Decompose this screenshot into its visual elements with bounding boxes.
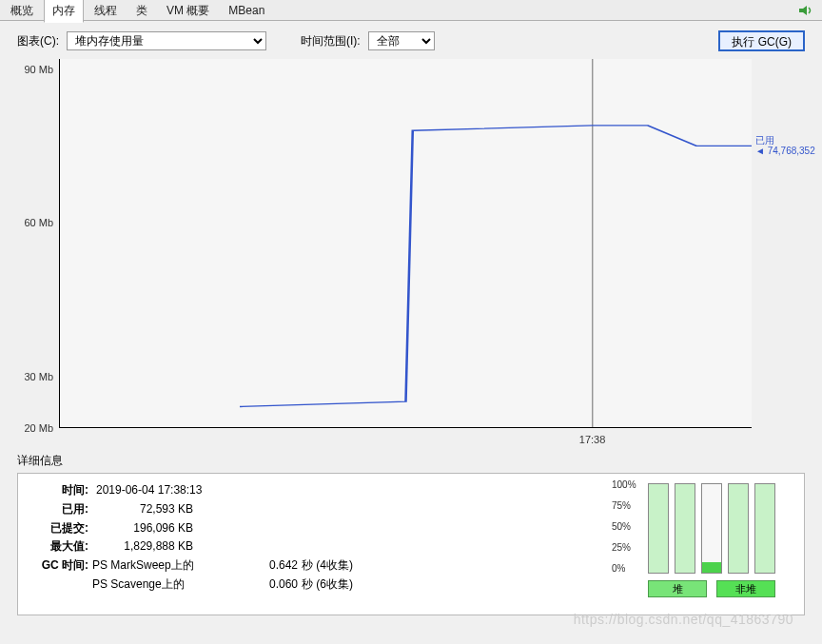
kv-committed-val: 196,096 KB: [92, 519, 197, 538]
y-tick: 20 Mb: [24, 422, 53, 434]
details-box: 时间: 2019-06-04 17:38:13 已用: 72,593 KB 已提…: [17, 473, 805, 615]
details-kv-area: 时间: 2019-06-04 17:38:13 已用: 72,593 KB 已提…: [29, 481, 602, 607]
y-tick: 60 Mb: [24, 217, 53, 228]
chart-select-label: 图表(C):: [17, 33, 59, 49]
pct-tick: 50%: [612, 521, 631, 532]
pool-heap-button[interactable]: 堆: [648, 580, 707, 597]
kv-used-val: 72,593 KB: [92, 500, 197, 519]
kv-time-key: 时间:: [29, 481, 88, 500]
time-range-select[interactable]: 全部: [368, 31, 435, 50]
kv-max-key: 最大值:: [29, 537, 88, 556]
memory-pool-bars: 100% 75% 50% 25% 0% 堆 非堆: [612, 481, 793, 607]
tab-vm-summary[interactable]: VM 概要: [158, 0, 218, 22]
gc-coll-1: 秒 (6收集): [298, 576, 353, 595]
gc-src-1: PS Scavenge上的: [88, 576, 231, 595]
tab-overview[interactable]: 概览: [2, 0, 42, 22]
kv-time-val: 2019-06-04 17:38:13: [92, 481, 202, 500]
chart-select[interactable]: 堆内存使用量: [67, 31, 266, 50]
tab-threads[interactable]: 线程: [86, 0, 126, 22]
chart-plot[interactable]: [59, 59, 752, 428]
perform-gc-button[interactable]: 执行 GC(G): [718, 30, 805, 51]
tab-memory[interactable]: 内存: [44, 0, 84, 23]
chart-svg: [60, 59, 752, 427]
y-tick: 90 Mb: [24, 64, 53, 75]
memory-pool-bar[interactable]: [728, 483, 749, 574]
time-range-label: 时间范围(I):: [301, 33, 361, 49]
kv-gc-key: GC 时间:: [29, 556, 88, 576]
gc-coll-0: 秒 (4收集): [298, 556, 353, 576]
connection-status-icon: [799, 5, 814, 16]
kv-committed-key: 已提交:: [29, 519, 88, 538]
y-tick: 30 Mb: [24, 371, 53, 382]
tab-bar: 概览 内存 线程 类 VM 概要 MBean: [0, 0, 822, 21]
pct-tick: 75%: [612, 500, 631, 511]
controls-row: 图表(C): 堆内存使用量 时间范围(I): 全部 执行 GC(G): [0, 21, 822, 57]
memory-pool-bar[interactable]: [701, 483, 722, 574]
chart-area: 90 Mb 60 Mb 30 Mb 20 Mb 17:38 已用 ◄ 74,76…: [17, 57, 805, 447]
x-tick: 17:38: [579, 434, 606, 445]
details-title: 详细信息: [17, 453, 805, 469]
memory-pool-bar[interactable]: [675, 483, 695, 574]
pct-tick: 25%: [612, 542, 631, 553]
pct-tick: 0%: [612, 563, 625, 574]
pct-tick: 100%: [612, 479, 636, 490]
tab-mbean[interactable]: MBean: [220, 0, 273, 20]
kv-max-val: 1,829,888 KB: [92, 537, 197, 556]
memory-pool-bar[interactable]: [648, 483, 669, 574]
gc-sec-1: 0.060: [231, 576, 298, 595]
series-end-label: 已用 ◄ 74,768,352: [755, 135, 815, 156]
gc-sec-0: 0.642: [231, 556, 298, 576]
memory-pool-bar[interactable]: [754, 483, 775, 574]
kv-used-key: 已用:: [29, 500, 88, 519]
gc-src-0: PS MarkSweep上的: [88, 556, 231, 576]
pool-nonheap-button[interactable]: 非堆: [716, 580, 775, 597]
svg-marker-0: [799, 6, 807, 15]
tab-classes[interactable]: 类: [127, 0, 156, 22]
